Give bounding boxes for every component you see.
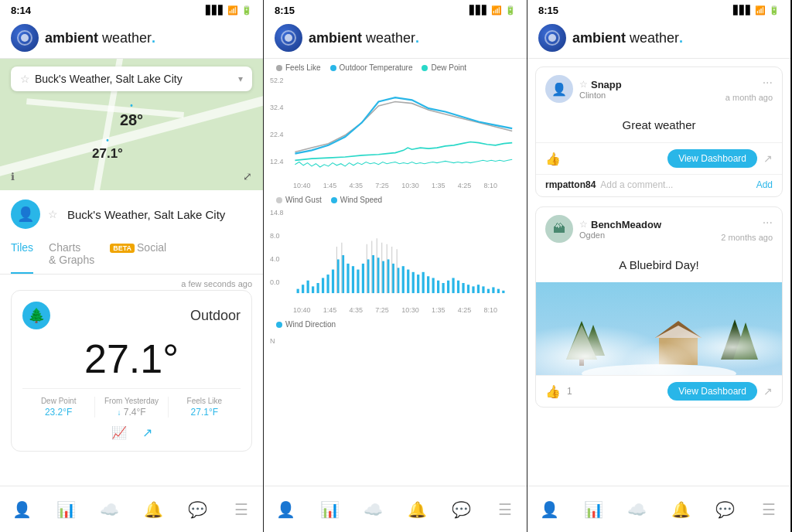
nav2-weather[interactable]: ☁️	[351, 486, 395, 532]
post-1-text: Great weather	[536, 111, 782, 142]
post-2-share-icon[interactable]: ↗	[763, 385, 773, 397]
svg-rect-29	[442, 283, 444, 293]
logo-inner	[17, 30, 32, 46]
app-name-ambient: ambient	[45, 30, 98, 46]
social-feed: 👤 ☆ Snapp Clinton ··· a month ago Great …	[527, 59, 790, 467]
post-1-user: 👤 ☆ Snapp Clinton	[545, 75, 622, 103]
nav3-notifications[interactable]: 🔔	[659, 486, 703, 532]
post-1-meta: ··· a month ago	[725, 76, 773, 102]
post-1-add-btn[interactable]: Add	[756, 179, 773, 190]
temp-chart: 52.2 32.4 22.4 12.4	[270, 77, 521, 177]
legend-dew-point: Dew Point	[422, 63, 466, 72]
post-2-user-info: ☆ BenchMeadow Ogden	[579, 219, 661, 240]
post-2-image-overlay	[536, 282, 782, 375]
nav3-profile[interactable]: 👤	[527, 486, 572, 532]
app-dot: .	[152, 30, 155, 46]
chevron-down-icon[interactable]: ▾	[238, 73, 243, 84]
stat-value-feels: 27.1°F	[172, 407, 237, 418]
post-1-star[interactable]: ☆	[579, 79, 588, 90]
post-1-comment-input[interactable]: Add a comment...	[600, 179, 751, 190]
nav3-dashboard[interactable]: 📊	[572, 486, 616, 532]
w-x-435: 4:35	[350, 306, 364, 314]
w-x-145: 1:45	[323, 306, 337, 314]
station-star[interactable]: ☆	[48, 208, 58, 220]
post-1-more[interactable]: ···	[763, 76, 773, 90]
star-icon[interactable]: ☆	[20, 73, 30, 85]
location-name: Buck's Weather, Salt Lake City	[35, 73, 183, 85]
map-container[interactable]: ☆ Buck's Weather, Salt Lake City ▾ 28° 2…	[0, 59, 263, 190]
nav3-menu[interactable]: ☰	[746, 486, 790, 532]
svg-rect-37	[482, 286, 484, 293]
legend-feels-like: Feels Like	[276, 63, 321, 72]
post-2-header: 🏔 ☆ BenchMeadow Ogden ··· 2 months ago	[536, 207, 782, 251]
x-label-810: 8:10	[483, 182, 497, 189]
nav3-weather[interactable]: ☁️	[615, 486, 659, 532]
nav2-notifications[interactable]: 🔔	[395, 486, 439, 532]
wind-speed-dot	[331, 197, 337, 203]
map-temperature-2: 27.1°	[92, 136, 123, 162]
svg-rect-6	[326, 275, 329, 293]
post-1-like-icon[interactable]: 👍	[545, 152, 561, 166]
nav-notifications[interactable]: 🔔	[131, 486, 176, 532]
svg-rect-31	[452, 278, 454, 293]
post-1-share-icon[interactable]: ↗	[763, 152, 773, 165]
legend-outdoor-temp: Outdoor Temperature	[330, 63, 413, 72]
post-1-location: Clinton	[579, 90, 622, 100]
post-2-star[interactable]: ☆	[579, 219, 588, 230]
tab-charts-graphs[interactable]: Charts& Graphs	[49, 235, 94, 274]
svg-rect-23	[412, 272, 415, 293]
post-2-text: A Bluebird Day!	[536, 251, 782, 282]
bottom-nav-2: 👤 📊 ☁️ 🔔 💬 ☰	[264, 486, 527, 532]
wind-y-00: 0.0	[270, 278, 280, 286]
nav2-messages[interactable]: 💬	[439, 486, 483, 532]
w-x-725: 7:25	[375, 306, 389, 314]
feels-like-dot	[276, 65, 282, 71]
tab-tiles[interactable]: Tiles	[11, 235, 33, 274]
svg-rect-34	[467, 285, 469, 293]
nav2-menu[interactable]: ☰	[483, 486, 527, 532]
post-2-view-dashboard[interactable]: View Dashboard	[667, 382, 757, 401]
location-bar[interactable]: ☆ Buck's Weather, Salt Lake City ▾	[11, 66, 252, 91]
card-stats: Dew Point 23.2°F From Yesterday ↓ 7.4°F …	[22, 388, 241, 418]
app-logo	[11, 24, 39, 52]
bottom-nav: 👤 📊 ☁️ 🔔 💬 ☰	[0, 486, 263, 532]
post-2-more[interactable]: ···	[763, 216, 773, 230]
post-2-like-icon[interactable]: 👍	[545, 384, 561, 399]
outdoor-temp-dot	[330, 65, 336, 71]
nav-dashboard[interactable]: 📊	[44, 486, 88, 532]
nav-weather[interactable]: ☁️	[87, 486, 131, 532]
svg-rect-24	[417, 275, 419, 293]
wind-dir-y-n: N	[270, 337, 275, 345]
share-icon[interactable]: ↗	[142, 425, 152, 440]
post-1: 👤 ☆ Snapp Clinton ··· a month ago Great …	[535, 66, 783, 197]
nav2-dashboard[interactable]: 📊	[308, 486, 352, 532]
temp-chart-svg	[270, 77, 521, 177]
info-icon[interactable]: ℹ	[11, 171, 15, 182]
nav3-messages[interactable]: 💬	[703, 486, 747, 532]
svg-rect-22	[407, 270, 409, 294]
svg-rect-35	[472, 286, 474, 293]
post-1-view-dashboard[interactable]: View Dashboard	[667, 149, 757, 168]
location-left: ☆ Buck's Weather, Salt Lake City	[20, 73, 183, 85]
signal-icon-2: ▋▋▋	[469, 5, 488, 15]
wind-gust-label: Wind Gust	[285, 196, 322, 204]
dew-point-label: Dew Point	[431, 63, 466, 72]
wind-chart-area: Wind Gust Wind Speed 14.8 8.0 4.0 0.0	[264, 191, 527, 315]
nav-profile[interactable]: 👤	[0, 486, 44, 532]
stat-dew-point: Dew Point 23.2°F	[22, 397, 95, 418]
svg-rect-0	[297, 289, 299, 293]
tab-social[interactable]: BETASocial	[110, 235, 166, 274]
chart-icon[interactable]: 📈	[111, 425, 127, 440]
post-1-avatar: 👤	[545, 75, 573, 103]
nav-messages[interactable]: 💬	[176, 486, 220, 532]
panel-social: 8:15 ▋▋▋ 📶 🔋 ambient weather. 👤 ☆	[527, 0, 791, 532]
x-label-1040: 10:40	[293, 182, 311, 189]
nav2-profile[interactable]: 👤	[264, 486, 308, 532]
panel-charts: 8:15 ▋▋▋ 📶 🔋 ambient weather. Feels Like…	[264, 0, 527, 532]
svg-rect-2	[307, 281, 309, 293]
post-2-footer: 👍 1 View Dashboard ↗	[536, 375, 782, 407]
temperature-chart-area: Feels Like Outdoor Temperature Dew Point…	[264, 59, 527, 191]
legend-wind-gust: Wind Gust	[276, 196, 322, 204]
nav-menu[interactable]: ☰	[219, 486, 263, 532]
expand-icon[interactable]: ⤢	[243, 170, 252, 182]
